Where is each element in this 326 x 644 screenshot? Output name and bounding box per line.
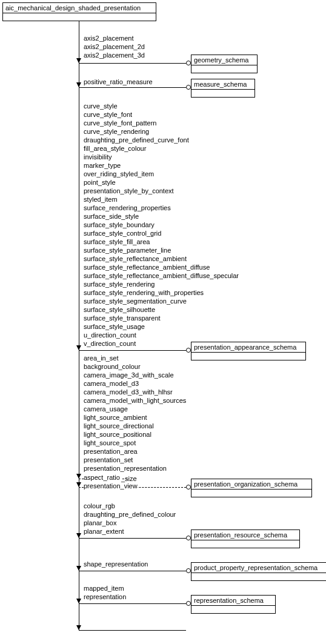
item: axis2_placement_3d — [84, 51, 145, 59]
item: surface_style_usage — [84, 322, 239, 331]
item: background_colour — [84, 362, 186, 371]
item: axis2_placement — [84, 34, 145, 42]
item: surface_style_transparent — [84, 314, 239, 322]
target-box-representation: representation_schema — [191, 595, 276, 614]
target-box-presentation-organization: presentation_organization_schema — [191, 479, 312, 497]
connector-circle-icon — [186, 348, 191, 353]
item: presentation_representation — [84, 464, 186, 473]
item: axis2_placement_2d — [84, 42, 145, 51]
item: mapped_item — [84, 584, 126, 593]
item: light_source_spot — [84, 439, 186, 447]
target-label: presentation_appearance_schema — [191, 342, 305, 353]
target-box-product-property: product_property_representation_schema — [191, 562, 326, 581]
item: surface_style_fill_area — [84, 237, 239, 246]
group-3-items: curve_style curve_style_font curve_style… — [84, 102, 239, 348]
item: draughting_pre_defined_curve_font — [84, 136, 239, 144]
main-vertical-line — [79, 21, 79, 630]
item: curve_style_rendering — [84, 127, 239, 136]
item: surface_rendering_properties — [84, 204, 239, 212]
item: representation — [84, 593, 126, 601]
target-box-presentation-appearance: presentation_appearance_schema — [191, 342, 306, 360]
item: presentation_set — [84, 456, 186, 464]
item: surface_style_silhouette — [84, 305, 239, 314]
item: styled_item — [84, 195, 239, 204]
arrow-icon — [76, 599, 81, 603]
arrow-icon — [76, 625, 81, 630]
item: surface_style_reflectance_ambient_diffus… — [84, 263, 239, 271]
group-1-items: axis2_placement axis2_placement_2d axis2… — [84, 34, 145, 59]
item: over_riding_styled_item — [84, 170, 239, 178]
item: surface_style_segmentation_curve — [84, 297, 239, 305]
item: light_source_ambient — [84, 413, 186, 422]
item: u_direction_count — [84, 331, 239, 339]
arrow-icon — [76, 58, 81, 63]
item: surface_style_parameter_line — [84, 246, 239, 254]
item: point_style — [84, 178, 239, 187]
connector-circle-icon — [186, 536, 191, 540]
connector-line — [79, 538, 186, 539]
item: area_in_set — [84, 354, 186, 362]
target-label: product_property_representation_schema — [191, 563, 326, 573]
item: presentation_area — [84, 447, 186, 456]
item: surface_side_style — [84, 212, 239, 221]
item: aspect_ratio — [84, 474, 121, 481]
connector-circle-icon — [186, 485, 191, 490]
target-label: presentation_organization_schema — [191, 479, 311, 490]
item: surface_style_rendering — [84, 280, 239, 288]
item: camera_model_d3 — [84, 379, 186, 388]
group-6-items: shape_representation — [84, 560, 148, 568]
arrow-icon — [76, 482, 81, 487]
target-box-measure: measure_schema — [191, 79, 255, 98]
item: surface_style_rendering_with_properties — [84, 288, 239, 297]
group-5-items: colour_rgb draughting_pre_defined_colour… — [84, 502, 176, 536]
item: _size — [121, 475, 137, 482]
group-2-items: positive_ratio_measure — [84, 78, 153, 86]
item: camera_model_d3_with_hlhsr — [84, 388, 186, 396]
target-label: presentation_resource_schema — [191, 530, 299, 540]
diagram-container: aic_mechanical_design_shaded_presentatio… — [0, 0, 326, 644]
arrow-icon — [76, 474, 81, 479]
target-box-presentation-resource: presentation_resource_schema — [191, 529, 300, 548]
group-7-items: mapped_item representation — [84, 584, 126, 601]
item: planar_box — [84, 519, 176, 527]
arrow-icon — [76, 345, 81, 350]
arrow-icon — [76, 533, 81, 538]
target-label: geometry_schema — [191, 55, 257, 65]
root-box: aic_mechanical_design_shaded_presentatio… — [2, 2, 156, 21]
item: fill_area_style_colour — [84, 144, 239, 153]
connector-circle-icon — [186, 61, 191, 65]
item: presentation_view — [84, 482, 138, 490]
item: surface_style_boundary — [84, 221, 239, 229]
connector-circle-icon — [186, 601, 191, 606]
connector-line — [79, 571, 186, 571]
connector-line — [79, 630, 186, 631]
group-4-items: area_in_set background_colour camera_ima… — [84, 354, 186, 473]
connector-line — [79, 63, 186, 64]
item: surface_style_control_grid — [84, 229, 239, 237]
connector-circle-icon — [186, 85, 191, 90]
item: marker_type — [84, 161, 239, 170]
item: camera_usage — [84, 405, 186, 413]
connector-line — [79, 87, 186, 88]
connector-line — [79, 603, 186, 604]
arrow-icon — [76, 82, 81, 87]
item: camera_model_with_light_sources — [84, 396, 186, 405]
target-box-geometry: geometry_schema — [191, 55, 258, 73]
item: invisibility — [84, 153, 239, 161]
item: light_source_positional — [84, 430, 186, 439]
item: curve_style — [84, 102, 239, 110]
target-label: measure_schema — [191, 79, 254, 90]
item: colour_rgb — [84, 502, 176, 510]
item: presentation_style_by_context — [84, 187, 239, 195]
item: surface_style_reflectance_ambient — [84, 254, 239, 263]
item: planar_extent — [84, 527, 176, 536]
item: curve_style_font — [84, 110, 239, 119]
item: positive_ratio_measure — [84, 78, 153, 86]
connector-line — [79, 350, 186, 351]
item: draughting_pre_defined_colour — [84, 510, 176, 519]
root-title: aic_mechanical_design_shaded_presentatio… — [3, 3, 156, 13]
item: surface_style_reflectance_ambient_diffus… — [84, 271, 239, 280]
target-label: representation_schema — [191, 596, 275, 606]
item: light_source_directional — [84, 422, 186, 430]
item: shape_representation — [84, 560, 148, 568]
